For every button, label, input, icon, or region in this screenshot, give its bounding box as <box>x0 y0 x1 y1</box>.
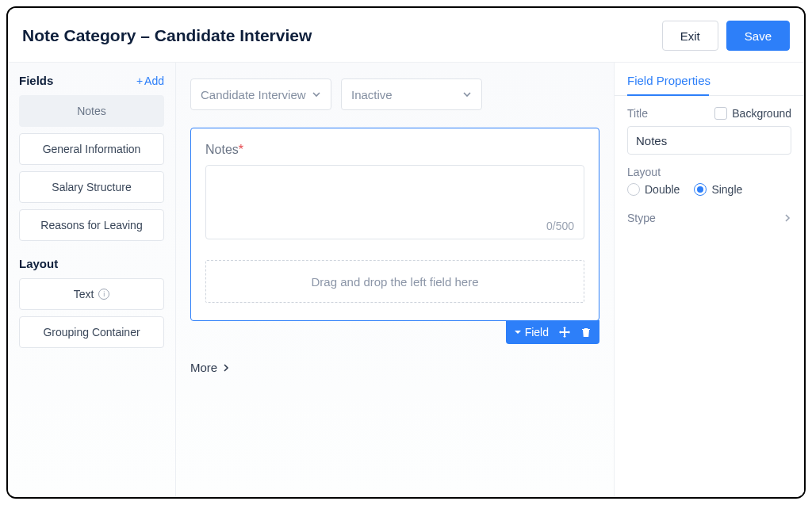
field-toolbar: Field <box>506 320 599 344</box>
field-item-general-information[interactable]: General Information <box>19 133 164 165</box>
dropdown-label: Candidate Interview <box>201 88 306 101</box>
layout-item-text[interactable]: Text i <box>19 278 164 310</box>
exit-button[interactable]: Exit <box>662 21 718 51</box>
save-button[interactable]: Save <box>726 21 790 51</box>
layout-radio-double[interactable]: Double <box>627 183 680 196</box>
properties-tab-label: Field Properties <box>627 74 710 87</box>
background-label: Background <box>732 107 791 120</box>
delete-button[interactable] <box>580 327 592 338</box>
checkbox-box <box>714 107 727 120</box>
stype-row[interactable]: Stype <box>627 209 791 228</box>
sidebar: Fields + Add Notes General Information S… <box>8 63 176 497</box>
properties-body: Title Background Layout Double Sin <box>615 96 804 239</box>
field-item-label: Notes <box>77 105 106 117</box>
title-input[interactable] <box>627 126 791 155</box>
layout-item-label: Text <box>74 288 94 300</box>
more-button[interactable]: More <box>190 361 599 374</box>
chevron-down-icon <box>462 90 472 99</box>
layout-radio-group: Double Single <box>627 183 791 196</box>
main: Fields + Add Notes General Information S… <box>8 63 804 497</box>
add-label: Add <box>144 75 164 87</box>
canvas-top-row: Candidate Interview Inactive <box>190 78 599 110</box>
more-label: More <box>190 361 217 374</box>
trash-icon <box>580 327 592 338</box>
stype-label: Stype <box>627 212 656 224</box>
field-item-notes[interactable]: Notes <box>19 95 164 127</box>
move-icon <box>558 326 571 339</box>
radio-dot <box>627 183 640 196</box>
plus-icon: + <box>136 75 143 87</box>
field-item-salary-structure[interactable]: Salary Structure <box>19 171 164 203</box>
layout-item-grouping-container[interactable]: Grouping Container <box>19 316 164 348</box>
radio-label: Double <box>645 183 680 196</box>
canvas: Candidate Interview Inactive Notes* <box>176 63 614 497</box>
status-dropdown[interactable]: Inactive <box>341 78 482 110</box>
chevron-down-icon <box>312 90 321 99</box>
properties-panel: Field Properties Title Background Layout… <box>614 63 804 497</box>
required-indicator: * <box>239 143 243 156</box>
app-window: Note Category – Candidate Interview Exit… <box>6 6 806 499</box>
title-row: Title Background <box>627 107 791 120</box>
chevron-right-icon <box>222 364 230 372</box>
add-field-button[interactable]: + Add <box>136 75 164 87</box>
field-list: Notes General Information Salary Structu… <box>19 95 164 241</box>
layout-list: Text i Grouping Container <box>19 278 164 348</box>
field-item-label: Salary Structure <box>52 181 131 193</box>
topbar: Note Category – Candidate Interview Exit… <box>8 8 804 63</box>
field-item-label: General Information <box>43 143 141 155</box>
dropdown-label: Inactive <box>351 88 393 101</box>
background-checkbox[interactable]: Background <box>714 107 791 120</box>
field-menu-label: Field <box>525 326 549 339</box>
notes-textarea[interactable]: 0/500 <box>205 165 584 239</box>
radio-label: Single <box>711 183 742 196</box>
move-handle[interactable] <box>558 326 571 339</box>
field-card[interactable]: Notes* 0/500 Drag and drop the left fiel… <box>190 128 599 321</box>
category-dropdown[interactable]: Candidate Interview <box>190 78 331 110</box>
field-menu-button[interactable]: Field <box>514 326 549 339</box>
dropzone-text: Drag and drop the left field here <box>312 275 479 289</box>
field-item-reasons-for-leaving[interactable]: Reasons for Leaving <box>19 209 164 241</box>
field-card-label: Notes* <box>205 143 584 157</box>
dropzone[interactable]: Drag and drop the left field here <box>205 260 584 303</box>
radio-dot <box>694 183 707 196</box>
properties-tab[interactable]: Field Properties <box>615 63 804 96</box>
chevron-right-icon <box>783 214 791 222</box>
info-icon: i <box>98 289 109 300</box>
layout-radio-single[interactable]: Single <box>694 183 742 196</box>
field-card-title: Notes <box>205 143 239 156</box>
fields-heading: Fields <box>19 74 53 87</box>
title-label: Title <box>627 107 648 120</box>
topbar-actions: Exit Save <box>662 21 790 51</box>
char-counter: 0/500 <box>546 220 574 232</box>
sidebar-fields-header: Fields + Add <box>19 74 164 87</box>
field-item-label: Reasons for Leaving <box>40 219 142 231</box>
layout-label: Layout <box>627 166 791 178</box>
page-title: Note Category – Candidate Interview <box>22 26 312 45</box>
layout-item-label: Grouping Container <box>43 326 140 339</box>
caret-down-icon <box>514 328 522 336</box>
layout-heading: Layout <box>19 257 164 270</box>
